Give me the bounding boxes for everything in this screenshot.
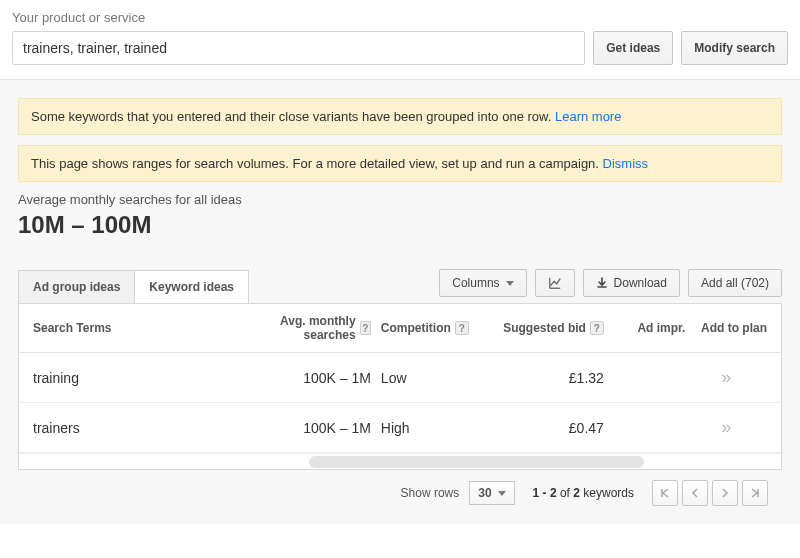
product-label: Your product or service — [12, 10, 788, 25]
horizontal-scrollbar[interactable] — [19, 453, 781, 469]
chart-icon — [548, 276, 562, 290]
rows-select[interactable]: 30 — [469, 481, 514, 505]
cell-avg: 100K – 1M — [254, 370, 371, 386]
table-row: training 100K – 1M Low £1.32 » — [19, 353, 781, 403]
avg-searches-label: Average monthly searches for all ideas — [18, 192, 782, 207]
next-page-button[interactable] — [712, 480, 738, 506]
chart-button[interactable] — [535, 269, 575, 297]
cell-bid: £0.47 — [487, 420, 604, 436]
tab-keyword-ideas[interactable]: Keyword ideas — [135, 270, 249, 303]
cell-bid: £1.32 — [487, 370, 604, 386]
keyword-table: Search Terms Avg. monthly searches ? Com… — [18, 303, 782, 470]
pagination-text: 1 - 2 of 2 keywords — [533, 486, 634, 500]
cell-term: trainers — [33, 420, 254, 436]
columns-label: Columns — [452, 276, 499, 290]
cell-competition: Low — [371, 370, 488, 386]
first-page-button[interactable] — [652, 480, 678, 506]
tab-adgroup-ideas[interactable]: Ad group ideas — [18, 270, 135, 303]
th-avg-searches[interactable]: Avg. monthly searches ? — [254, 314, 371, 342]
add-to-plan-button[interactable]: » — [685, 417, 767, 438]
grouped-notice-text: Some keywords that you entered and their… — [31, 109, 555, 124]
add-all-button[interactable]: Add all (702) — [688, 269, 782, 297]
download-label: Download — [614, 276, 667, 290]
grouped-notice: Some keywords that you entered and their… — [18, 98, 782, 135]
cell-term: training — [33, 370, 254, 386]
get-ideas-button[interactable]: Get ideas — [593, 31, 673, 65]
prev-page-button[interactable] — [682, 480, 708, 506]
avg-searches-value: 10M – 100M — [18, 211, 782, 239]
th-suggested-bid[interactable]: Suggested bid ? — [487, 321, 604, 335]
learn-more-link[interactable]: Learn more — [555, 109, 621, 124]
caret-down-icon — [498, 491, 506, 496]
chevron-left-icon — [690, 488, 700, 498]
help-icon[interactable]: ? — [455, 321, 469, 335]
scrollbar-thumb[interactable] — [309, 456, 644, 468]
help-icon[interactable]: ? — [360, 321, 371, 335]
ranges-notice: This page shows ranges for search volume… — [18, 145, 782, 182]
dismiss-link[interactable]: Dismiss — [603, 156, 649, 171]
first-icon — [659, 487, 671, 499]
show-rows-label: Show rows — [401, 486, 460, 500]
cell-avg: 100K – 1M — [254, 420, 371, 436]
table-row: trainers 100K – 1M High £0.47 » — [19, 403, 781, 453]
ranges-notice-text: This page shows ranges for search volume… — [31, 156, 603, 171]
th-search-terms[interactable]: Search Terms — [33, 321, 254, 335]
keyword-input[interactable] — [12, 31, 585, 65]
caret-down-icon — [506, 281, 514, 286]
columns-button[interactable]: Columns — [439, 269, 526, 297]
last-icon — [749, 487, 761, 499]
last-page-button[interactable] — [742, 480, 768, 506]
th-add-to-plan[interactable]: Add to plan — [685, 321, 767, 335]
th-ad-impr[interactable]: Ad impr. — [604, 321, 686, 335]
th-competition[interactable]: Competition ? — [371, 321, 488, 335]
help-icon[interactable]: ? — [590, 321, 604, 335]
modify-search-button[interactable]: Modify search — [681, 31, 788, 65]
download-icon — [596, 277, 608, 289]
download-button[interactable]: Download — [583, 269, 680, 297]
cell-competition: High — [371, 420, 488, 436]
chevron-right-icon — [720, 488, 730, 498]
add-to-plan-button[interactable]: » — [685, 367, 767, 388]
